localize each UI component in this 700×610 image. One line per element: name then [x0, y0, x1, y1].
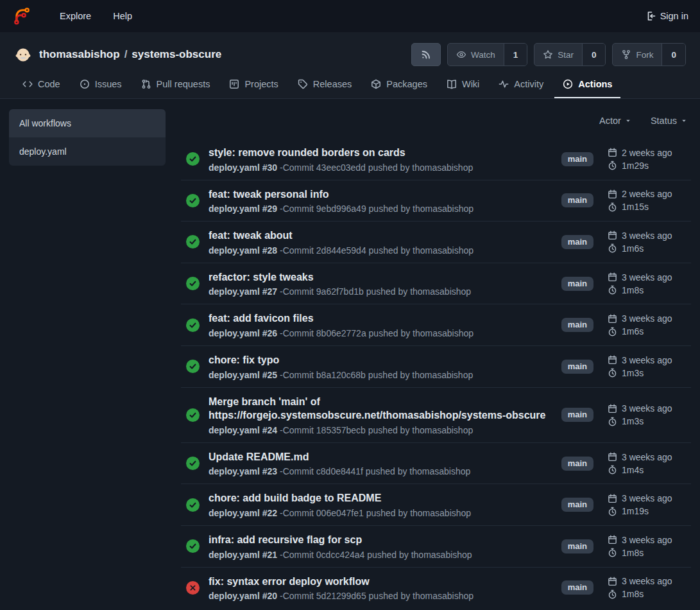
workflow-run-row[interactable]: style: remove rounded borders on cards d…	[181, 139, 691, 180]
rss-feed-button[interactable]	[411, 43, 441, 66]
run-title-link[interactable]: chore: fix typo	[209, 353, 552, 367]
tab-wiki[interactable]: Wiki	[438, 73, 488, 98]
tab-projects[interactable]: Projects	[221, 73, 286, 98]
repo-tabs: Code Issues Pull requests Projects Relea…	[14, 73, 686, 98]
breadcrumb-separator: /	[124, 48, 128, 61]
issue-opened-icon	[80, 79, 90, 89]
tag-icon	[298, 79, 308, 89]
tab-pull-requests[interactable]: Pull requests	[133, 73, 219, 98]
package-icon	[371, 79, 381, 89]
play-circle-icon	[563, 79, 573, 89]
run-title-link[interactable]: chore: add build badge to README	[209, 491, 552, 505]
run-title-link[interactable]: Update README.md	[209, 450, 552, 464]
run-title-link[interactable]: Merge branch 'main' of https://forgejo.s…	[209, 395, 552, 423]
run-workflow-number: deploy.yaml #24	[209, 425, 277, 435]
fork-button-group: Fork 0	[612, 43, 686, 66]
run-title-link[interactable]: refactor: style tweaks	[209, 270, 552, 284]
run-commit-info: -Commit c8d0e8441f pushed by thomasabish…	[280, 466, 470, 476]
repo-name-link[interactable]: systems-obscure	[132, 48, 221, 61]
branch-badge[interactable]: main	[561, 408, 593, 422]
top-navbar: Explore Help Sign in	[0, 0, 700, 32]
stopwatch-icon	[608, 285, 617, 295]
fork-button[interactable]: Fork	[613, 44, 662, 65]
branch-badge[interactable]: main	[561, 235, 593, 249]
workflow-run-row[interactable]: infra: add recursive flag for scp deploy…	[181, 526, 691, 568]
run-workflow-number: deploy.yaml #21	[209, 550, 277, 560]
stopwatch-icon	[608, 507, 617, 516]
workflow-run-row[interactable]: chore: add build badge to README deploy.…	[181, 484, 691, 526]
branch-badge[interactable]: main	[561, 360, 593, 374]
status-filter-dropdown[interactable]: Status	[651, 116, 687, 126]
run-title-link[interactable]: feat: add favicon files	[209, 311, 552, 326]
fork-count[interactable]: 0	[662, 44, 685, 65]
workflow-run-row[interactable]: Merge branch 'main' of https://forgejo.s…	[181, 388, 691, 443]
workflow-run-row[interactable]: feat: tweak about deploy.yaml #28 -Commi…	[181, 222, 691, 263]
run-date: 3 weeks ago	[608, 452, 688, 462]
stopwatch-icon	[608, 548, 617, 557]
tab-activity[interactable]: Activity	[490, 73, 552, 98]
branch-badge[interactable]: main	[561, 318, 593, 332]
branch-badge[interactable]: main	[561, 457, 593, 471]
branch-badge[interactable]: main	[561, 539, 593, 553]
run-date: 3 weeks ago	[608, 313, 688, 324]
star-icon	[543, 49, 553, 60]
run-meta: 3 weeks ago 1m8s	[608, 535, 688, 558]
run-title-link[interactable]: style: remove rounded borders on cards	[209, 146, 552, 160]
run-status-icon	[186, 581, 200, 595]
run-title-link[interactable]: feat: tweak personal info	[209, 187, 552, 202]
stopwatch-icon	[608, 243, 617, 253]
run-subtitle: deploy.yaml #29 -Commit 9ebd996a49 pushe…	[209, 204, 552, 214]
breadcrumb: thomasabishop / systems-obscure	[39, 48, 221, 61]
branch-badge[interactable]: main	[561, 580, 593, 595]
tab-releases[interactable]: Releases	[289, 73, 360, 98]
workflow-run-row[interactable]: refactor: style tweaks deploy.yaml #27 -…	[181, 263, 691, 305]
stopwatch-icon	[608, 161, 617, 170]
tab-issues[interactable]: Issues	[71, 73, 130, 98]
branch-badge[interactable]: main	[561, 498, 593, 512]
calendar-icon	[608, 231, 617, 240]
star-button[interactable]: Star	[534, 44, 582, 65]
sign-in-link[interactable]: Sign in	[645, 11, 688, 21]
workflow-run-row[interactable]: fix: syntax error deploy workflow deploy…	[181, 568, 691, 609]
run-title-link[interactable]: feat: tweak about	[209, 229, 552, 243]
run-title-link[interactable]: fix: syntax error deploy workflow	[209, 575, 552, 589]
workflow-sidebar: All workflows deploy.yaml	[9, 109, 166, 166]
tab-code[interactable]: Code	[14, 73, 69, 98]
tab-actions[interactable]: Actions	[554, 73, 620, 98]
watch-count[interactable]: 1	[504, 44, 527, 65]
tab-packages[interactable]: Packages	[363, 73, 436, 98]
workflow-run-row[interactable]: chore: fix typo deploy.yaml #25 -Commit …	[181, 346, 691, 388]
run-subtitle: deploy.yaml #24 -Commit 185357becb pushe…	[209, 425, 552, 435]
nav-explore-link[interactable]: Explore	[49, 0, 102, 32]
workflow-run-row[interactable]: feat: add favicon files deploy.yaml #26 …	[181, 304, 691, 346]
sidebar-item-deploy-yaml[interactable]: deploy.yaml	[9, 137, 166, 166]
workflow-run-row[interactable]: feat: tweak personal info deploy.yaml #2…	[181, 180, 691, 222]
branch-badge[interactable]: main	[561, 193, 593, 207]
forgejo-logo-icon[interactable]	[12, 6, 32, 26]
run-duration: 1m8s	[608, 548, 688, 558]
run-workflow-number: deploy.yaml #20	[209, 591, 277, 601]
run-commit-info: -Commit 9ebd996a49 pushed by thomasabish…	[280, 204, 474, 214]
run-meta: 3 weeks ago 1m6s	[608, 313, 688, 336]
repo-owner-avatar[interactable]	[14, 46, 32, 64]
run-commit-info: -Commit 9a62f7bd1b pushed by thomasabish…	[280, 286, 471, 297]
nav-help-link[interactable]: Help	[102, 0, 143, 32]
run-date: 3 weeks ago	[608, 272, 688, 283]
sidebar-item-all-workflows[interactable]: All workflows	[9, 109, 166, 137]
actor-filter-dropdown[interactable]: Actor	[599, 116, 631, 126]
run-status-icon	[186, 498, 200, 512]
pulse-icon	[499, 79, 509, 89]
run-meta: 3 weeks ago 1m19s	[608, 493, 688, 516]
star-count[interactable]: 0	[582, 44, 606, 65]
run-workflow-number: deploy.yaml #25	[209, 370, 277, 380]
run-duration: 1m19s	[608, 506, 688, 516]
branch-badge[interactable]: main	[561, 277, 593, 291]
workflow-run-row[interactable]: Update README.md deploy.yaml #23 -Commit…	[181, 443, 691, 485]
branch-badge[interactable]: main	[561, 152, 593, 166]
runs-panel: Actor Status style: remove rounded borde…	[181, 108, 691, 608]
repo-owner-link[interactable]: thomasabishop	[39, 48, 120, 61]
run-title-link[interactable]: infra: add recursive flag for scp	[209, 533, 552, 547]
run-meta: 3 weeks ago 1m3s	[608, 355, 688, 378]
calendar-icon	[608, 535, 617, 545]
watch-button[interactable]: Watch	[448, 44, 504, 65]
